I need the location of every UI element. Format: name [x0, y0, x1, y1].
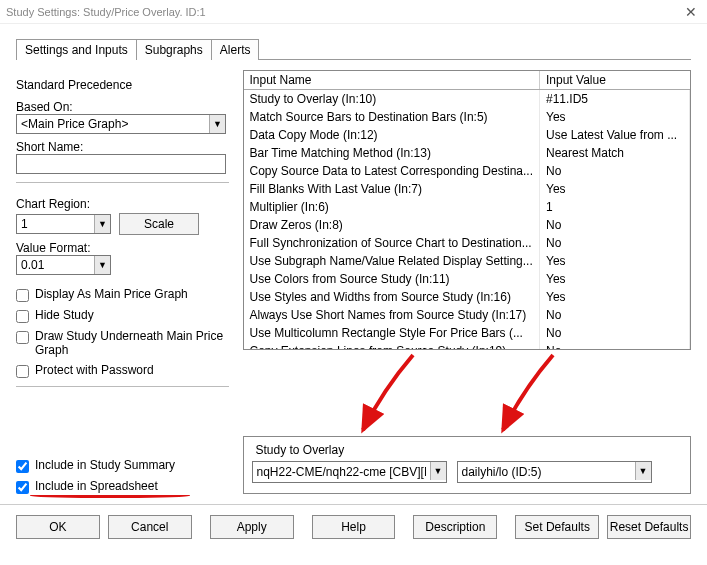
table-row[interactable]: Copy Source Data to Latest Corresponding…	[244, 162, 691, 180]
close-icon[interactable]: ✕	[681, 4, 701, 20]
input-value-cell: No	[540, 162, 690, 180]
description-button[interactable]: Description	[413, 515, 497, 539]
table-row[interactable]: Multiplier (In:6)1	[244, 198, 691, 216]
input-value-cell: Nearest Match	[540, 144, 690, 162]
study-to-overlay-panel: Study to Overlay ▼ ▼	[243, 436, 692, 494]
input-name-cell: Data Copy Mode (In:12)	[244, 126, 541, 144]
window-title: Study Settings: Study/Price Overlay. ID:…	[6, 6, 681, 18]
display-as-main-label: Display As Main Price Graph	[35, 287, 188, 301]
table-row[interactable]: Full Synchronization of Source Chart to …	[244, 234, 691, 252]
table-row[interactable]: Copy Extension Lines from Source Study (…	[244, 342, 691, 350]
input-name-cell: Bar Time Matching Method (In:13)	[244, 144, 541, 162]
input-name-cell: Study to Overlay (In:10)	[244, 90, 541, 108]
input-value-cell: No	[540, 324, 690, 342]
input-name-cell: Use Styles and Widths from Source Study …	[244, 288, 541, 306]
tab-strip: Settings and Inputs Subgraphs Alerts	[16, 38, 707, 59]
input-name-cell: Copy Extension Lines from Source Study (…	[244, 342, 541, 350]
table-row[interactable]: Bar Time Matching Method (In:13)Nearest …	[244, 144, 691, 162]
table-row[interactable]: Draw Zeros (In:8)No	[244, 216, 691, 234]
hide-study-checkbox[interactable]	[16, 310, 29, 323]
chart-region-label: Chart Region:	[16, 197, 229, 211]
hide-study-label: Hide Study	[35, 308, 94, 322]
input-name-cell: Use Colors from Source Study (In:11)	[244, 270, 541, 288]
title-bar: Study Settings: Study/Price Overlay. ID:…	[0, 0, 707, 24]
draw-underneath-checkbox[interactable]	[16, 331, 29, 344]
based-on-select[interactable]	[16, 114, 226, 134]
input-name-cell: Match Source Bars to Destination Bars (I…	[244, 108, 541, 126]
input-value-cell: Yes	[540, 270, 690, 288]
input-name-cell: Use Multicolumn Rectangle Style For Pric…	[244, 324, 541, 342]
grid-header-name: Input Name	[244, 71, 541, 89]
study-to-overlay-label: Study to Overlay	[252, 443, 683, 457]
protect-password-label: Protect with Password	[35, 363, 154, 377]
table-row[interactable]: Always Use Short Names from Source Study…	[244, 306, 691, 324]
overlay-chart-combo[interactable]	[252, 461, 447, 483]
table-row[interactable]: Data Copy Mode (In:12)Use Latest Value f…	[244, 126, 691, 144]
protect-password-checkbox[interactable]	[16, 365, 29, 378]
input-value-cell: Yes	[540, 180, 690, 198]
scale-button[interactable]: Scale	[119, 213, 199, 235]
table-row[interactable]: Match Source Bars to Destination Bars (I…	[244, 108, 691, 126]
input-value-cell: #11.ID5	[540, 90, 690, 108]
value-format-select[interactable]	[16, 255, 111, 275]
display-as-main-checkbox[interactable]	[16, 289, 29, 302]
input-value-cell: Yes	[540, 288, 690, 306]
ok-button[interactable]: OK	[16, 515, 100, 539]
input-value-cell: Use Latest Value from ...	[540, 126, 690, 144]
overlay-study-combo[interactable]	[457, 461, 652, 483]
chart-region-select[interactable]	[16, 214, 111, 234]
input-name-cell: Use Subgraph Name/Value Related Display …	[244, 252, 541, 270]
tab-settings-inputs[interactable]: Settings and Inputs	[16, 39, 137, 60]
footer-buttons: OK Cancel Apply Help Description Set Def…	[0, 504, 707, 549]
input-value-cell: No	[540, 234, 690, 252]
standard-precedence-label: Standard Precedence	[16, 78, 229, 92]
include-spreadsheet-label: Include in Spreadsheet	[35, 479, 158, 493]
inputs-grid[interactable]: Input Name Input Value Study to Overlay …	[243, 70, 692, 350]
draw-underneath-label: Draw Study Underneath Main Price Graph	[35, 329, 229, 357]
input-name-cell: Copy Source Data to Latest Corresponding…	[244, 162, 541, 180]
help-button[interactable]: Help	[312, 515, 396, 539]
input-value-cell: No	[540, 306, 690, 324]
based-on-label: Based On:	[16, 100, 229, 114]
input-name-cell: Full Synchronization of Source Chart to …	[244, 234, 541, 252]
include-summary-checkbox[interactable]	[16, 460, 29, 473]
input-name-cell: Multiplier (In:6)	[244, 198, 541, 216]
grid-header: Input Name Input Value	[244, 71, 691, 90]
value-format-label: Value Format:	[16, 241, 229, 255]
input-value-cell: No	[540, 216, 690, 234]
input-value-cell: Yes	[540, 108, 690, 126]
reset-defaults-button[interactable]: Reset Defaults	[607, 515, 691, 539]
input-value-cell: Yes	[540, 252, 690, 270]
input-name-cell: Fill Blanks With Last Value (In:7)	[244, 180, 541, 198]
apply-button[interactable]: Apply	[210, 515, 294, 539]
input-value-cell: 1	[540, 198, 690, 216]
tab-subgraphs[interactable]: Subgraphs	[136, 39, 212, 60]
table-row[interactable]: Use Styles and Widths from Source Study …	[244, 288, 691, 306]
grid-header-value: Input Value	[540, 71, 690, 89]
include-spreadsheet-checkbox[interactable]	[16, 481, 29, 494]
tab-alerts[interactable]: Alerts	[211, 39, 260, 60]
table-row[interactable]: Study to Overlay (In:10)#11.ID5	[244, 90, 691, 108]
input-name-cell: Always Use Short Names from Source Study…	[244, 306, 541, 324]
right-panel: Input Name Input Value Study to Overlay …	[243, 70, 692, 494]
table-row[interactable]: Use Subgraph Name/Value Related Display …	[244, 252, 691, 270]
cancel-button[interactable]: Cancel	[108, 515, 192, 539]
table-row[interactable]: Use Multicolumn Rectangle Style For Pric…	[244, 324, 691, 342]
short-name-input[interactable]	[16, 154, 226, 174]
table-row[interactable]: Fill Blanks With Last Value (In:7)Yes	[244, 180, 691, 198]
table-row[interactable]: Use Colors from Source Study (In:11)Yes	[244, 270, 691, 288]
short-name-label: Short Name:	[16, 140, 229, 154]
set-defaults-button[interactable]: Set Defaults	[515, 515, 599, 539]
input-value-cell: No	[540, 342, 690, 350]
left-panel: Standard Precedence Based On: ▼ Short Na…	[16, 70, 229, 494]
include-summary-label: Include in Study Summary	[35, 458, 175, 472]
input-name-cell: Draw Zeros (In:8)	[244, 216, 541, 234]
